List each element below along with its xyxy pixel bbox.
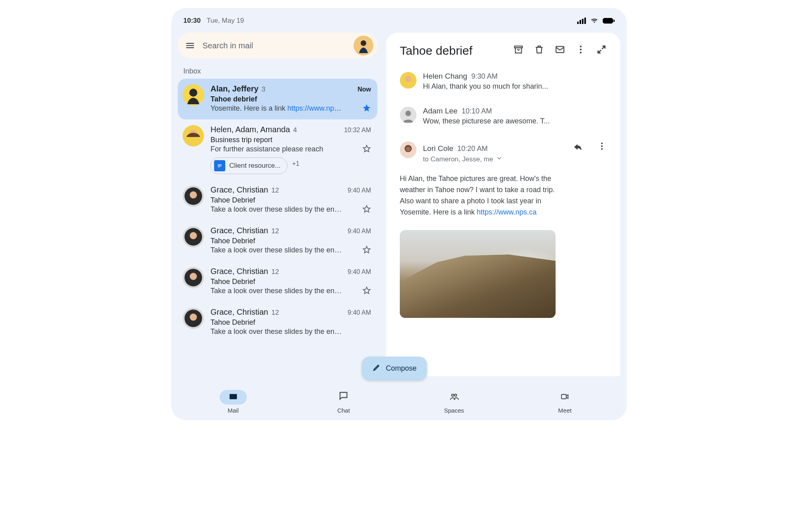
thread-subject: Tahoe Debrief bbox=[210, 318, 371, 327]
section-label: Inbox bbox=[183, 67, 377, 75]
sender-avatar bbox=[183, 267, 204, 288]
thread-senders: Helen, Adam, Amanda bbox=[210, 125, 290, 134]
search-bar[interactable]: Search in mail bbox=[178, 33, 377, 58]
svg-point-26 bbox=[190, 314, 197, 321]
svg-rect-14 bbox=[218, 167, 220, 167]
star-icon[interactable] bbox=[362, 286, 371, 296]
svg-rect-12 bbox=[218, 165, 221, 165]
message-time: 10:20 AM bbox=[457, 145, 488, 153]
sender-avatar bbox=[183, 125, 204, 147]
body-link[interactable]: https://www.nps.ca bbox=[476, 208, 536, 216]
svg-point-43 bbox=[451, 394, 454, 397]
message-collapsed[interactable]: Helen Chang9:30 AM Hi Alan, thank you so… bbox=[400, 72, 607, 91]
nav-mail[interactable]: Mail bbox=[220, 390, 247, 414]
thread-count: 12 bbox=[272, 309, 279, 317]
archive-icon[interactable] bbox=[513, 44, 524, 58]
nav-label: Mail bbox=[228, 407, 239, 414]
chevron-down-icon[interactable] bbox=[496, 155, 503, 164]
svg-point-36 bbox=[405, 111, 411, 116]
attachments-more[interactable]: +1 bbox=[292, 160, 300, 167]
svg-rect-4 bbox=[603, 18, 613, 24]
message-expanded: Lori Cole 10:20 AM to Cameron, Jesse, me bbox=[400, 141, 607, 164]
thread-preview: Take a look over these slides by the end… bbox=[210, 205, 342, 214]
nav-chat[interactable]: Chat bbox=[330, 388, 357, 414]
mail-thread[interactable]: Grace, Christian129:40 AM Tahoe Debrief … bbox=[178, 261, 377, 302]
trash-icon[interactable] bbox=[534, 44, 544, 58]
star-icon[interactable] bbox=[362, 103, 371, 114]
star-icon[interactable] bbox=[362, 245, 371, 256]
message-sender: Adam Lee bbox=[423, 107, 458, 115]
account-avatar[interactable] bbox=[353, 36, 373, 56]
svg-rect-1 bbox=[580, 20, 581, 24]
message-time: 10:10 AM bbox=[462, 107, 492, 115]
nav-meet[interactable]: Meet bbox=[551, 390, 578, 414]
mail-thread[interactable]: Grace, Christian129:40 AM Tahoe Debrief … bbox=[178, 180, 377, 220]
nav-spaces[interactable]: Spaces bbox=[441, 390, 468, 414]
thread-subject: Tahoe Debrief bbox=[210, 278, 371, 286]
star-icon[interactable] bbox=[362, 144, 371, 155]
pencil-icon bbox=[372, 363, 381, 374]
doc-icon bbox=[214, 160, 225, 171]
svg-point-40 bbox=[601, 143, 603, 144]
message-sender: Helen Chang bbox=[423, 72, 467, 81]
thread-count: 3 bbox=[262, 85, 265, 93]
preview-link[interactable]: https://www.nps... bbox=[287, 104, 342, 112]
more-icon[interactable] bbox=[576, 44, 586, 58]
thread-subject: Tahoe Debrief bbox=[210, 237, 371, 245]
search-placeholder[interactable]: Search in mail bbox=[202, 41, 346, 50]
thread-senders: Grace, Christian bbox=[210, 267, 268, 276]
mail-thread[interactable]: Grace, Christian129:40 AM Tahoe Debrief … bbox=[178, 220, 377, 261]
expand-icon[interactable] bbox=[596, 44, 607, 58]
svg-rect-45 bbox=[562, 395, 566, 399]
mail-thread[interactable]: Grace, Christian129:40 AM Tahoe Debrief … bbox=[178, 302, 377, 336]
svg-point-44 bbox=[455, 394, 457, 397]
svg-point-31 bbox=[580, 49, 582, 50]
star-icon[interactable] bbox=[362, 204, 371, 215]
thread-senders: Alan, Jeffery bbox=[210, 84, 258, 93]
message-snippet: Wow, these picturese are awesome. T... bbox=[423, 117, 607, 125]
thread-time: 10:32 AM bbox=[344, 127, 371, 134]
thread-count: 12 bbox=[272, 268, 279, 276]
status-date: Tue, May 19 bbox=[206, 17, 244, 24]
svg-point-7 bbox=[361, 40, 366, 46]
nav-label: Chat bbox=[337, 407, 350, 414]
svg-point-34 bbox=[405, 76, 411, 82]
sender-avatar bbox=[400, 107, 417, 123]
thread-preview: Yosemite. Here is a link https://www.nps… bbox=[210, 104, 342, 113]
thread-count: 4 bbox=[293, 126, 297, 134]
thread-senders: Grace, Christian bbox=[210, 226, 268, 235]
mail-list-pane: Search in mail Inbox Alan, Jeffery 3 Now bbox=[178, 33, 377, 376]
cellular-icon bbox=[577, 18, 586, 24]
battery-icon bbox=[603, 18, 615, 24]
svg-point-23 bbox=[190, 273, 197, 280]
svg-point-9 bbox=[189, 89, 197, 97]
message-sender: Lori Cole bbox=[423, 144, 453, 153]
menu-icon[interactable] bbox=[185, 40, 195, 51]
thread-time: 9:40 AM bbox=[347, 228, 371, 235]
svg-point-30 bbox=[580, 46, 582, 47]
mail-thread[interactable]: Helen, Adam, Amanda 4 10:32 AM Business … bbox=[178, 119, 377, 180]
thread-time: Now bbox=[357, 86, 371, 93]
mark-unread-icon[interactable] bbox=[555, 44, 565, 58]
device-frame: 10:30 Tue, May 19 Search in mail bbox=[171, 8, 627, 420]
attachment-image[interactable] bbox=[400, 230, 556, 318]
message-body: Hi Alan, the Tahoe pictures are great. H… bbox=[400, 173, 568, 218]
thread-time: 9:40 AM bbox=[347, 309, 371, 316]
message-recipients[interactable]: to Cameron, Jesse, me bbox=[423, 155, 493, 163]
sender-avatar bbox=[183, 185, 204, 207]
message-collapsed[interactable]: Adam Lee10:10 AM Wow, these picturese ar… bbox=[400, 107, 607, 125]
status-icons bbox=[577, 18, 615, 24]
thread-subject: Business trip report bbox=[210, 136, 371, 144]
attachment-label: Client resource... bbox=[229, 162, 281, 170]
svg-rect-2 bbox=[582, 19, 584, 24]
mail-thread[interactable]: Alan, Jeffery 3 Now Tahoe debrief Yosemi… bbox=[178, 79, 377, 119]
attachment-chip[interactable]: Client resource... bbox=[210, 157, 288, 174]
thread-senders: Grace, Christian bbox=[210, 308, 268, 317]
compose-button[interactable]: Compose bbox=[362, 357, 427, 380]
reply-icon[interactable] bbox=[573, 141, 583, 153]
message-snippet: Hi Alan, thank you so much for sharin... bbox=[423, 82, 607, 91]
thread-count: 12 bbox=[272, 187, 279, 195]
nav-label: Spaces bbox=[444, 407, 464, 414]
message-more-icon[interactable] bbox=[597, 141, 607, 153]
thread-preview: For further assistance please reach bbox=[210, 145, 342, 153]
